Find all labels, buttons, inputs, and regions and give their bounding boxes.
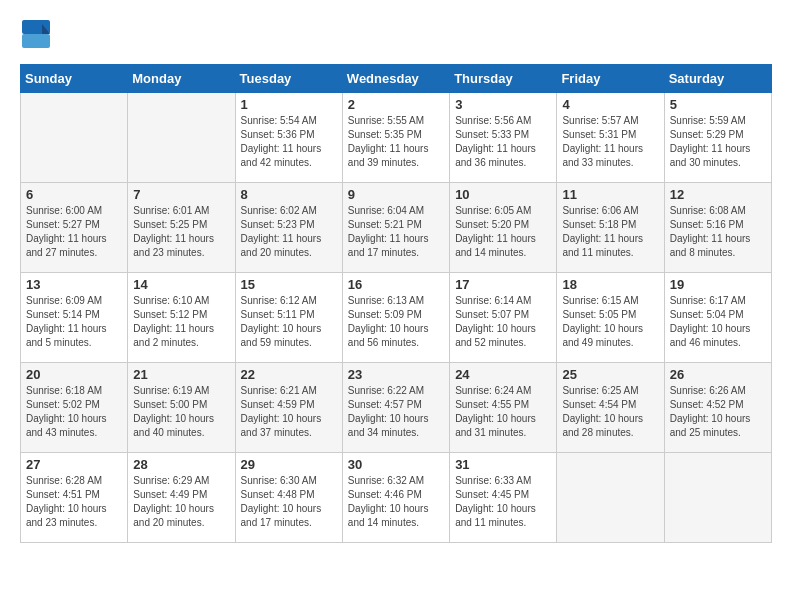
calendar-cell: 21Sunrise: 6:19 AM Sunset: 5:00 PM Dayli…	[128, 363, 235, 453]
day-number: 9	[348, 187, 444, 202]
day-number: 22	[241, 367, 337, 382]
day-info: Sunrise: 5:54 AM Sunset: 5:36 PM Dayligh…	[241, 114, 337, 170]
day-info: Sunrise: 5:56 AM Sunset: 5:33 PM Dayligh…	[455, 114, 551, 170]
day-info: Sunrise: 6:05 AM Sunset: 5:20 PM Dayligh…	[455, 204, 551, 260]
day-number: 14	[133, 277, 229, 292]
logo	[20, 20, 54, 48]
calendar-cell: 5Sunrise: 5:59 AM Sunset: 5:29 PM Daylig…	[664, 93, 771, 183]
day-number: 3	[455, 97, 551, 112]
logo-icon	[22, 20, 50, 48]
calendar-week-row: 20Sunrise: 6:18 AM Sunset: 5:02 PM Dayli…	[21, 363, 772, 453]
day-info: Sunrise: 6:01 AM Sunset: 5:25 PM Dayligh…	[133, 204, 229, 260]
calendar-cell: 30Sunrise: 6:32 AM Sunset: 4:46 PM Dayli…	[342, 453, 449, 543]
calendar-cell	[664, 453, 771, 543]
day-info: Sunrise: 6:12 AM Sunset: 5:11 PM Dayligh…	[241, 294, 337, 350]
calendar-cell: 7Sunrise: 6:01 AM Sunset: 5:25 PM Daylig…	[128, 183, 235, 273]
day-number: 1	[241, 97, 337, 112]
day-number: 30	[348, 457, 444, 472]
day-info: Sunrise: 6:02 AM Sunset: 5:23 PM Dayligh…	[241, 204, 337, 260]
svg-rect-1	[22, 34, 50, 48]
day-number: 17	[455, 277, 551, 292]
day-info: Sunrise: 5:59 AM Sunset: 5:29 PM Dayligh…	[670, 114, 766, 170]
column-header-sunday: Sunday	[21, 65, 128, 93]
calendar-cell: 16Sunrise: 6:13 AM Sunset: 5:09 PM Dayli…	[342, 273, 449, 363]
calendar-cell: 22Sunrise: 6:21 AM Sunset: 4:59 PM Dayli…	[235, 363, 342, 453]
column-header-thursday: Thursday	[450, 65, 557, 93]
day-number: 4	[562, 97, 658, 112]
day-number: 5	[670, 97, 766, 112]
day-number: 11	[562, 187, 658, 202]
column-header-saturday: Saturday	[664, 65, 771, 93]
calendar-cell: 13Sunrise: 6:09 AM Sunset: 5:14 PM Dayli…	[21, 273, 128, 363]
calendar-cell	[128, 93, 235, 183]
day-info: Sunrise: 6:25 AM Sunset: 4:54 PM Dayligh…	[562, 384, 658, 440]
calendar-cell: 14Sunrise: 6:10 AM Sunset: 5:12 PM Dayli…	[128, 273, 235, 363]
day-number: 23	[348, 367, 444, 382]
calendar-cell: 27Sunrise: 6:28 AM Sunset: 4:51 PM Dayli…	[21, 453, 128, 543]
calendar-cell: 28Sunrise: 6:29 AM Sunset: 4:49 PM Dayli…	[128, 453, 235, 543]
day-info: Sunrise: 6:24 AM Sunset: 4:55 PM Dayligh…	[455, 384, 551, 440]
day-info: Sunrise: 6:04 AM Sunset: 5:21 PM Dayligh…	[348, 204, 444, 260]
day-info: Sunrise: 6:29 AM Sunset: 4:49 PM Dayligh…	[133, 474, 229, 530]
calendar-cell: 8Sunrise: 6:02 AM Sunset: 5:23 PM Daylig…	[235, 183, 342, 273]
day-number: 6	[26, 187, 122, 202]
calendar-cell	[557, 453, 664, 543]
day-info: Sunrise: 6:19 AM Sunset: 5:00 PM Dayligh…	[133, 384, 229, 440]
day-info: Sunrise: 6:10 AM Sunset: 5:12 PM Dayligh…	[133, 294, 229, 350]
day-info: Sunrise: 6:09 AM Sunset: 5:14 PM Dayligh…	[26, 294, 122, 350]
day-number: 16	[348, 277, 444, 292]
day-number: 26	[670, 367, 766, 382]
calendar-cell: 12Sunrise: 6:08 AM Sunset: 5:16 PM Dayli…	[664, 183, 771, 273]
calendar-cell: 23Sunrise: 6:22 AM Sunset: 4:57 PM Dayli…	[342, 363, 449, 453]
column-header-wednesday: Wednesday	[342, 65, 449, 93]
day-info: Sunrise: 6:06 AM Sunset: 5:18 PM Dayligh…	[562, 204, 658, 260]
day-info: Sunrise: 6:18 AM Sunset: 5:02 PM Dayligh…	[26, 384, 122, 440]
day-number: 21	[133, 367, 229, 382]
calendar-cell: 2Sunrise: 5:55 AM Sunset: 5:35 PM Daylig…	[342, 93, 449, 183]
day-number: 28	[133, 457, 229, 472]
day-number: 19	[670, 277, 766, 292]
day-number: 7	[133, 187, 229, 202]
calendar-cell: 31Sunrise: 6:33 AM Sunset: 4:45 PM Dayli…	[450, 453, 557, 543]
calendar-cell: 19Sunrise: 6:17 AM Sunset: 5:04 PM Dayli…	[664, 273, 771, 363]
day-info: Sunrise: 6:14 AM Sunset: 5:07 PM Dayligh…	[455, 294, 551, 350]
day-number: 25	[562, 367, 658, 382]
page-header	[20, 20, 772, 48]
day-info: Sunrise: 6:17 AM Sunset: 5:04 PM Dayligh…	[670, 294, 766, 350]
calendar-cell: 20Sunrise: 6:18 AM Sunset: 5:02 PM Dayli…	[21, 363, 128, 453]
day-number: 2	[348, 97, 444, 112]
calendar-cell: 17Sunrise: 6:14 AM Sunset: 5:07 PM Dayli…	[450, 273, 557, 363]
day-info: Sunrise: 6:15 AM Sunset: 5:05 PM Dayligh…	[562, 294, 658, 350]
calendar-table: SundayMondayTuesdayWednesdayThursdayFrid…	[20, 64, 772, 543]
calendar-cell: 6Sunrise: 6:00 AM Sunset: 5:27 PM Daylig…	[21, 183, 128, 273]
calendar-cell: 26Sunrise: 6:26 AM Sunset: 4:52 PM Dayli…	[664, 363, 771, 453]
calendar-cell: 15Sunrise: 6:12 AM Sunset: 5:11 PM Dayli…	[235, 273, 342, 363]
day-info: Sunrise: 6:26 AM Sunset: 4:52 PM Dayligh…	[670, 384, 766, 440]
day-number: 15	[241, 277, 337, 292]
calendar-cell: 1Sunrise: 5:54 AM Sunset: 5:36 PM Daylig…	[235, 93, 342, 183]
day-info: Sunrise: 6:28 AM Sunset: 4:51 PM Dayligh…	[26, 474, 122, 530]
calendar-week-row: 13Sunrise: 6:09 AM Sunset: 5:14 PM Dayli…	[21, 273, 772, 363]
calendar-cell: 25Sunrise: 6:25 AM Sunset: 4:54 PM Dayli…	[557, 363, 664, 453]
column-header-tuesday: Tuesday	[235, 65, 342, 93]
day-number: 20	[26, 367, 122, 382]
day-info: Sunrise: 6:33 AM Sunset: 4:45 PM Dayligh…	[455, 474, 551, 530]
day-number: 12	[670, 187, 766, 202]
day-info: Sunrise: 6:08 AM Sunset: 5:16 PM Dayligh…	[670, 204, 766, 260]
calendar-cell: 4Sunrise: 5:57 AM Sunset: 5:31 PM Daylig…	[557, 93, 664, 183]
day-number: 13	[26, 277, 122, 292]
day-info: Sunrise: 5:57 AM Sunset: 5:31 PM Dayligh…	[562, 114, 658, 170]
calendar-week-row: 6Sunrise: 6:00 AM Sunset: 5:27 PM Daylig…	[21, 183, 772, 273]
column-header-friday: Friday	[557, 65, 664, 93]
calendar-cell: 11Sunrise: 6:06 AM Sunset: 5:18 PM Dayli…	[557, 183, 664, 273]
calendar-cell: 29Sunrise: 6:30 AM Sunset: 4:48 PM Dayli…	[235, 453, 342, 543]
column-header-monday: Monday	[128, 65, 235, 93]
day-info: Sunrise: 6:30 AM Sunset: 4:48 PM Dayligh…	[241, 474, 337, 530]
day-number: 24	[455, 367, 551, 382]
calendar-week-row: 27Sunrise: 6:28 AM Sunset: 4:51 PM Dayli…	[21, 453, 772, 543]
calendar-cell: 9Sunrise: 6:04 AM Sunset: 5:21 PM Daylig…	[342, 183, 449, 273]
calendar-cell: 10Sunrise: 6:05 AM Sunset: 5:20 PM Dayli…	[450, 183, 557, 273]
calendar-cell: 3Sunrise: 5:56 AM Sunset: 5:33 PM Daylig…	[450, 93, 557, 183]
calendar-week-row: 1Sunrise: 5:54 AM Sunset: 5:36 PM Daylig…	[21, 93, 772, 183]
day-number: 18	[562, 277, 658, 292]
